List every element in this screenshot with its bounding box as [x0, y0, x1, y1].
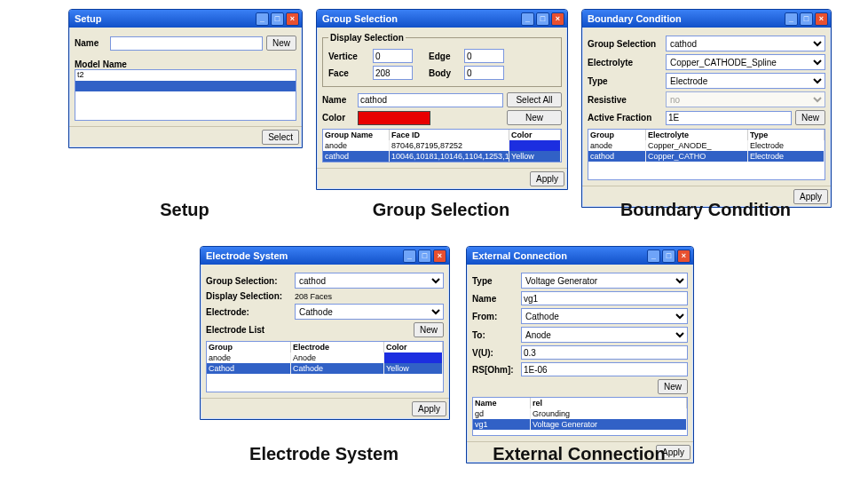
- ec-vu-input[interactable]: [521, 345, 688, 360]
- es-disp-value: 208 Faces: [295, 292, 444, 301]
- boundary-caption: Boundary Condition: [581, 200, 830, 220]
- ec-name-input[interactable]: [521, 291, 688, 305]
- boundary-titlebar: Boundary Condition _ □ ×: [582, 10, 831, 28]
- col-rel: rel: [531, 398, 687, 408]
- close-icon[interactable]: ×: [286, 12, 299, 26]
- setup-title: Setup: [75, 13, 254, 24]
- maximize-icon[interactable]: □: [662, 249, 675, 263]
- close-icon[interactable]: ×: [433, 249, 446, 263]
- list-item[interactable]: [75, 81, 296, 91]
- bc-active-input[interactable]: [666, 111, 792, 125]
- model-header: Model Name: [75, 59, 296, 69]
- group-title: Group Selection: [322, 13, 519, 24]
- electrode-title: Electrode System: [206, 250, 401, 261]
- color-swatch[interactable]: [358, 111, 430, 125]
- setup-name-input[interactable]: [110, 36, 263, 51]
- es-table[interactable]: Group Electrode Color anode Anode Cathod…: [206, 341, 444, 392]
- minimize-icon[interactable]: _: [647, 249, 660, 263]
- group-table[interactable]: Group Name Face ID Color anode 87046,871…: [322, 129, 562, 162]
- close-icon[interactable]: ×: [815, 12, 828, 26]
- electrode-titlebar: Electrode System _ □ ×: [201, 247, 449, 265]
- electrode-caption: Electrode System: [200, 444, 448, 464]
- close-icon[interactable]: ×: [677, 249, 690, 263]
- bc-table[interactable]: Group Electrolyte Type anode Copper_ANOD…: [588, 129, 825, 180]
- maximize-icon[interactable]: □: [800, 12, 813, 26]
- col-electrode: Electrode: [291, 342, 384, 352]
- list-item[interactable]: t2: [75, 70, 296, 81]
- ec-to-select[interactable]: Anode: [521, 327, 688, 343]
- display-selection-fieldset: Display Selection Vertice Edge Face Body: [322, 33, 562, 87]
- table-row[interactable]: cathod Copper_CATHO Electrode: [588, 151, 825, 162]
- group-apply-button[interactable]: Apply: [530, 171, 564, 186]
- setup-select-button[interactable]: Select: [262, 130, 299, 145]
- group-new-button[interactable]: New: [507, 110, 562, 125]
- bc-type-select[interactable]: Electrode: [666, 73, 825, 89]
- model-list[interactable]: t2: [75, 69, 296, 121]
- group-name-input[interactable]: [358, 93, 503, 107]
- col-color: Color: [384, 342, 443, 352]
- es-new-button[interactable]: New: [414, 322, 444, 337]
- minimize-icon[interactable]: _: [256, 12, 269, 26]
- es-elec-select[interactable]: Cathode: [295, 304, 444, 320]
- ec-to-label: To:: [472, 330, 521, 340]
- close-icon[interactable]: ×: [551, 12, 564, 26]
- maximize-icon[interactable]: □: [271, 12, 284, 26]
- face-input[interactable]: [373, 66, 413, 80]
- bc-type-label: Type: [588, 76, 666, 86]
- edge-input[interactable]: [464, 49, 504, 63]
- group-titlebar: Group Selection _ □ ×: [317, 10, 567, 28]
- edge-label: Edge: [429, 51, 464, 61]
- ec-type-select[interactable]: Voltage Generator: [521, 273, 688, 289]
- ec-rs-input[interactable]: [521, 362, 688, 376]
- minimize-icon[interactable]: _: [521, 12, 534, 26]
- boundary-title: Boundary Condition: [588, 13, 783, 24]
- select-all-button[interactable]: Select All: [507, 92, 562, 107]
- group-window: Group Selection _ □ × Display Selection …: [316, 9, 568, 190]
- ec-rs-label: RS[Ohm]:: [472, 365, 521, 375]
- col-group: Group: [207, 342, 291, 352]
- external-titlebar: External Connection _ □ ×: [467, 247, 693, 265]
- ec-name-label: Name: [472, 294, 521, 304]
- bc-new-button[interactable]: New: [795, 110, 825, 125]
- boundary-window: Boundary Condition _ □ × Group Selection…: [581, 9, 832, 208]
- ec-new-button[interactable]: New: [658, 379, 688, 394]
- ec-from-select[interactable]: Cathode: [521, 308, 688, 324]
- face-label: Face: [328, 68, 373, 78]
- maximize-icon[interactable]: □: [418, 249, 431, 263]
- external-title: External Connection: [472, 250, 645, 261]
- ec-table[interactable]: Name rel gd Grounding vg1 Voltage Genera…: [472, 397, 688, 436]
- table-row[interactable]: vg1 Voltage Generator: [473, 419, 687, 430]
- col-face: Face ID: [390, 130, 509, 140]
- setup-caption: Setup: [68, 200, 301, 220]
- bc-electrolyte-select[interactable]: Copper_CATHODE_Spline: [666, 54, 825, 70]
- body-input[interactable]: [464, 66, 504, 80]
- setup-name-label: Name: [75, 38, 110, 48]
- color-label: Color: [322, 113, 358, 123]
- external-window: External Connection _ □ × Type Voltage G…: [466, 246, 694, 463]
- es-list-label: Electrode List: [206, 325, 414, 335]
- setup-window: Setup _ □ × Name New Model Name t2 Selec…: [68, 9, 303, 148]
- vertice-label: Vertice: [328, 51, 373, 61]
- body-label: Body: [429, 68, 464, 78]
- row-color-swatch: [384, 352, 443, 363]
- maximize-icon[interactable]: □: [536, 12, 549, 26]
- group-caption: Group Selection: [316, 200, 566, 220]
- ec-type-label: Type: [472, 276, 521, 286]
- table-row[interactable]: gd Grounding: [473, 408, 687, 419]
- electrode-window: Electrode System _ □ × Group Selection: …: [200, 246, 450, 420]
- es-group-select[interactable]: cathod: [295, 273, 444, 289]
- es-apply-button[interactable]: Apply: [412, 401, 446, 416]
- table-row[interactable]: anode Copper_ANODE_ Electrode: [588, 140, 825, 151]
- vertice-input[interactable]: [373, 49, 413, 63]
- table-row[interactable]: Cathod Cathode Yellow: [207, 363, 443, 374]
- minimize-icon[interactable]: _: [785, 12, 798, 26]
- setup-new-button[interactable]: New: [266, 36, 296, 51]
- minimize-icon[interactable]: _: [403, 249, 416, 263]
- table-row[interactable]: cathod 10046,10181,10146,1104,1253,126 Y…: [323, 151, 561, 162]
- ec-from-label: From:: [472, 312, 521, 321]
- bc-active-label: Active Fraction: [588, 113, 666, 123]
- bc-group-select[interactable]: cathod: [666, 36, 825, 51]
- table-row[interactable]: anode 87046,87195,87252: [323, 140, 561, 151]
- row-color-swatch: [509, 140, 561, 151]
- table-row[interactable]: anode Anode: [207, 352, 443, 363]
